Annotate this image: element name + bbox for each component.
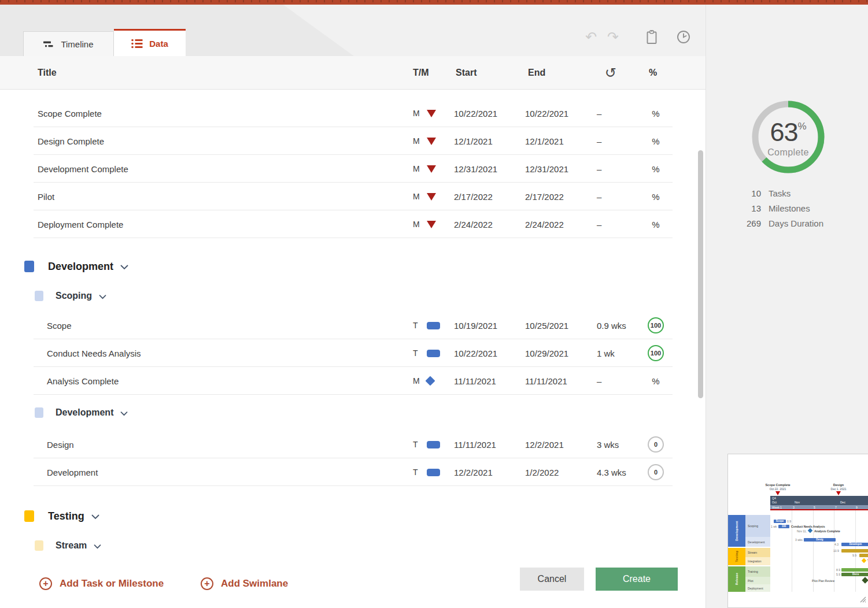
table-row[interactable]: Development Complete M 12/31/2021 12/31/… [0, 155, 706, 183]
percent-cell[interactable]: 0 [641, 431, 671, 458]
row-title[interactable]: Design [47, 431, 74, 458]
cancel-button[interactable]: Cancel [520, 568, 584, 591]
table-row[interactable]: Deployment Complete M 2/24/2022 2/24/202… [0, 210, 706, 238]
percent-cell[interactable]: % [641, 210, 671, 238]
chevron-down-icon[interactable] [91, 514, 99, 520]
duration[interactable]: – [597, 127, 601, 155]
chevron-down-icon[interactable] [120, 265, 128, 270]
redo-button[interactable]: ↷ [604, 28, 622, 46]
sublane-development[interactable]: Development [0, 395, 706, 431]
end-date[interactable]: 2/24/2022 [525, 210, 564, 238]
sublane-label[interactable]: Scoping [56, 291, 92, 301]
percent-cell[interactable]: % [641, 127, 671, 155]
sublane-scoping[interactable]: Scoping [0, 280, 706, 312]
undo-button[interactable]: ↶ [582, 28, 600, 46]
sublane-label[interactable]: Stream [56, 540, 87, 551]
end-date[interactable]: 1/2/2022 [525, 458, 559, 486]
chevron-down-icon[interactable] [120, 411, 128, 416]
start-date[interactable]: 12/31/2021 [454, 155, 497, 183]
swimlane-label[interactable]: Testing [48, 510, 84, 522]
paste-button[interactable] [642, 28, 661, 46]
end-date[interactable]: 2/17/2022 [525, 183, 564, 210]
sublane-label[interactable]: Development [56, 407, 113, 418]
row-title[interactable]: Deployment Complete [38, 210, 123, 238]
vertical-scrollbar-thumb[interactable] [698, 150, 703, 398]
duration[interactable]: 1 wk [597, 339, 615, 367]
percent-cell[interactable]: % [641, 367, 671, 395]
end-date[interactable]: 12/31/2021 [525, 155, 568, 183]
table-row[interactable]: Development T 12/2/2021 1/2/2022 4.3 wks… [0, 458, 706, 486]
start-date[interactable]: 10/22/2021 [454, 99, 497, 127]
duration[interactable]: – [597, 210, 601, 238]
row-title[interactable]: Conduct Needs Analysis [47, 339, 141, 367]
resize-gripper[interactable] [859, 595, 866, 605]
tm-cell[interactable]: T [413, 431, 440, 458]
end-date[interactable]: 11/11/2021 [525, 367, 567, 395]
percent-badge[interactable]: 100 [648, 345, 664, 361]
table-row[interactable]: Scope T 10/19/2021 10/25/2021 0.9 wks 10… [0, 312, 706, 339]
swimlane-label[interactable]: Development [48, 261, 113, 273]
row-title[interactable]: Scope Complete [38, 99, 102, 127]
duration[interactable]: 3 wks [597, 431, 619, 458]
tm-cell[interactable]: M [413, 183, 436, 210]
percent-cell[interactable]: 100 [641, 339, 671, 367]
table-row[interactable]: Analysis Complete M 11/11/2021 11/11/202… [0, 367, 706, 395]
chevron-down-icon[interactable] [99, 295, 106, 299]
table-row[interactable]: Pilot M 2/17/2022 2/17/2022 – % [0, 183, 706, 210]
duration[interactable]: – [597, 99, 601, 127]
tm-cell[interactable]: M [413, 155, 436, 183]
swimlane-development[interactable]: Development [0, 238, 706, 280]
table-row[interactable]: Scope Complete M 10/22/2021 10/22/2021 –… [0, 99, 706, 127]
tm-cell[interactable]: M [413, 367, 434, 395]
percent-cell[interactable]: % [641, 99, 671, 127]
percent-cell[interactable]: 100 [641, 312, 671, 339]
row-title[interactable]: Development Complete [38, 155, 128, 183]
row-title[interactable]: Scope [47, 312, 72, 339]
start-date[interactable]: 2/24/2022 [454, 210, 493, 238]
duration[interactable]: – [597, 155, 601, 183]
tm-cell[interactable]: M [413, 127, 436, 155]
start-date[interactable]: 12/1/2021 [454, 127, 493, 155]
tm-cell[interactable]: M [413, 210, 436, 238]
tab-timeline[interactable]: Timeline [23, 31, 114, 56]
start-date[interactable]: 2/17/2022 [454, 183, 493, 210]
tm-cell[interactable]: T [413, 339, 440, 367]
end-date[interactable]: 10/25/2021 [525, 312, 568, 339]
table-row[interactable]: Design T 11/11/2021 12/2/2021 3 wks 0 [0, 431, 706, 458]
row-title[interactable]: Pilot [38, 183, 54, 210]
create-button[interactable]: Create [596, 568, 678, 591]
table-row[interactable]: Design Complete M 12/1/2021 12/1/2021 – … [0, 127, 706, 155]
row-title[interactable]: Design Complete [38, 127, 104, 155]
row-title[interactable]: Development [47, 458, 98, 486]
table-row[interactable]: Conduct Needs Analysis T 10/22/2021 10/2… [0, 339, 706, 367]
tm-cell[interactable]: M [413, 99, 436, 127]
percent-badge[interactable]: 0 [648, 464, 664, 480]
start-date[interactable]: 10/22/2021 [454, 339, 497, 367]
tm-cell[interactable]: T [413, 312, 440, 339]
end-date[interactable]: 10/29/2021 [525, 339, 568, 367]
end-date[interactable]: 12/1/2021 [525, 127, 564, 155]
end-date[interactable]: 12/2/2021 [525, 431, 564, 458]
percent-cell[interactable]: % [641, 155, 671, 183]
percent-badge[interactable]: 0 [648, 436, 664, 453]
tab-data[interactable]: Data [114, 29, 186, 56]
duration[interactable]: 4.3 wks [597, 458, 626, 486]
percent-cell[interactable]: % [641, 183, 671, 210]
start-date[interactable]: 11/11/2021 [454, 367, 496, 395]
sublane-stream[interactable]: Stream [0, 530, 706, 561]
swimlane-testing[interactable]: Testing [0, 486, 706, 530]
add-task-or-milestone-button[interactable]: + Add Task or Milestone [39, 576, 164, 592]
row-title[interactable]: Analysis Complete [47, 367, 119, 395]
duration[interactable]: – [597, 367, 601, 395]
add-swimlane-button[interactable]: + Add Swimlane [201, 576, 288, 592]
start-date[interactable]: 10/19/2021 [454, 312, 497, 339]
start-date[interactable]: 12/2/2021 [454, 458, 493, 486]
chevron-down-icon[interactable] [94, 544, 101, 549]
end-date[interactable]: 10/22/2021 [525, 99, 568, 127]
percent-badge[interactable]: 100 [648, 317, 664, 333]
duration[interactable]: 0.9 wks [597, 312, 626, 339]
tm-cell[interactable]: T [413, 458, 440, 486]
start-date[interactable]: 11/11/2021 [454, 431, 496, 458]
duration[interactable]: – [597, 183, 601, 210]
percent-cell[interactable]: 0 [641, 458, 671, 486]
